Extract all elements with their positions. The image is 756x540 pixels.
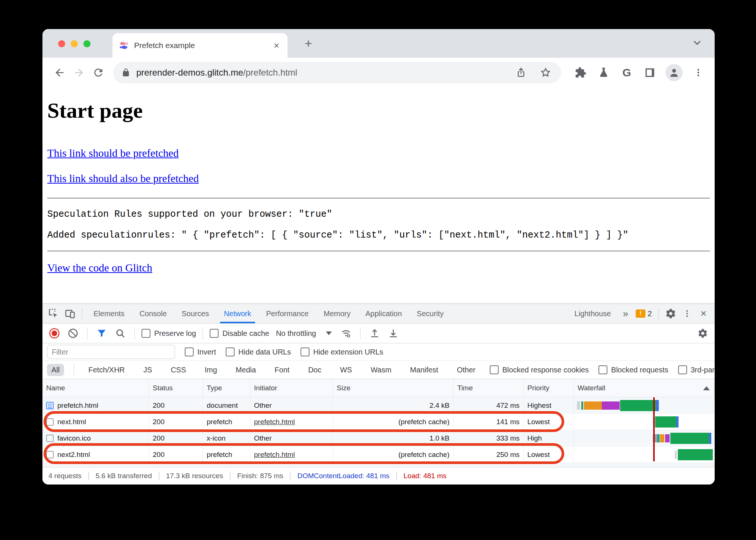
devtools-tab-elements[interactable]: Elements — [87, 304, 131, 323]
type-filter-ws[interactable]: WS — [336, 364, 356, 376]
checkbox[interactable] — [142, 329, 150, 338]
column-header-status[interactable]: Status — [149, 379, 203, 397]
column-header-size[interactable]: Size — [333, 379, 454, 397]
device-toolbar-icon[interactable] — [63, 306, 77, 321]
devtools-tab-sources[interactable]: Sources — [175, 304, 216, 323]
summary-load: Load: 481 ms — [397, 472, 453, 480]
type-filter-other[interactable]: Other — [452, 364, 480, 376]
type-filter-wasm[interactable]: Wasm — [366, 364, 396, 376]
devtools-tab-application[interactable]: Application — [359, 304, 409, 323]
devtools-settings-gear-icon[interactable] — [663, 306, 678, 321]
checkbox[interactable] — [490, 365, 499, 374]
forward-button[interactable] — [71, 64, 87, 81]
toolbar-extensions-area: G — [573, 64, 706, 81]
minimize-window-button[interactable] — [71, 40, 78, 47]
third-party-requests-checkbox[interactable]: 3rd-party requests — [678, 365, 715, 374]
filter-funnel-icon[interactable] — [94, 326, 109, 341]
blocked-requests-checkbox[interactable]: Blocked requests — [598, 365, 668, 374]
table-row-favicon-ico[interactable]: favicon.ico 200 x-icon Other 1.0 kB 333 … — [42, 430, 715, 447]
search-icon[interactable] — [113, 326, 128, 341]
glitch-code-link[interactable]: View the code on Glitch — [47, 262, 152, 274]
type-filter-all[interactable]: All — [47, 364, 64, 376]
summary-requests: 4 requests — [48, 472, 89, 480]
blocked-response-cookies-checkbox[interactable]: Blocked response cookies — [490, 365, 589, 374]
disable-cache-checkbox[interactable]: Disable cache — [210, 329, 269, 338]
column-header-time[interactable]: Time — [454, 379, 524, 397]
clear-button[interactable] — [66, 326, 80, 341]
devtools-tab-security[interactable]: Security — [410, 304, 450, 323]
reload-button[interactable] — [90, 64, 107, 81]
beaker-flask-icon[interactable] — [596, 65, 611, 80]
column-header-initiator[interactable]: Initiator — [250, 379, 333, 397]
checkbox[interactable] — [678, 365, 687, 374]
warning-count: 2 — [648, 309, 652, 318]
checkbox[interactable] — [598, 365, 607, 374]
column-header-type[interactable]: Type — [203, 379, 250, 397]
filter-input[interactable] — [47, 345, 175, 359]
zoom-window-button[interactable] — [83, 40, 90, 47]
column-header-priority[interactable]: Priority — [524, 379, 574, 397]
checkbox[interactable] — [185, 347, 194, 356]
export-har-icon[interactable] — [386, 326, 401, 341]
network-summary-bar: 4 requests 5.6 kB transferred 17.3 kB re… — [42, 467, 715, 485]
issues-warning-badge[interactable]: ! 2 — [633, 309, 654, 318]
checkbox[interactable] — [226, 347, 235, 356]
type-filter-font[interactable]: Font — [270, 364, 294, 376]
table-row-next2-html[interactable]: next2.html 200 prefetch prefetch.html (p… — [42, 447, 715, 463]
summary-resources: 17.3 kB resources — [159, 472, 231, 480]
prefetch-link-2-wrap: This link should also be prefetched — [47, 172, 199, 185]
type-filter-img[interactable]: Img — [200, 364, 222, 376]
google-logo[interactable]: G — [619, 65, 634, 80]
type-filter-manifest[interactable]: Manifest — [406, 364, 443, 376]
hide-data-urls-checkbox[interactable]: Hide data URLs — [226, 347, 291, 356]
type-filter-doc[interactable]: Doc — [304, 364, 326, 376]
network-conditions-wifi-icon[interactable] — [339, 326, 353, 341]
initiator-link[interactable]: prefetch.html — [254, 451, 295, 459]
devtools-close-icon[interactable]: × — [696, 306, 711, 321]
preserve-log-checkbox[interactable]: Preserve log — [142, 329, 196, 338]
file-icon — [46, 435, 54, 442]
chevron-down-icon[interactable] — [692, 37, 703, 48]
checkbox[interactable] — [301, 347, 309, 356]
prefetch-link-2[interactable]: This link should also be prefetched — [47, 172, 199, 184]
type-filter-media[interactable]: Media — [231, 364, 260, 376]
bookmark-star-icon[interactable] — [538, 65, 553, 80]
browser-tab[interactable]: Prefetch example × — [112, 33, 288, 58]
column-header-waterfall[interactable]: Waterfall — [574, 379, 715, 397]
speculation-support-text: Speculation Rules supported on your brow… — [47, 209, 332, 220]
devtools-tab-lighthouse[interactable]: Lighthouse — [568, 304, 618, 323]
new-tab-button[interactable]: + — [299, 34, 317, 52]
address-bar[interactable]: prerender-demos.glitch.me/prefetch.html — [113, 62, 561, 83]
devtools-tab-memory[interactable]: Memory — [317, 304, 357, 323]
invert-checkbox[interactable]: Invert — [185, 347, 216, 356]
record-button[interactable] — [47, 326, 62, 341]
tab-close-icon[interactable]: × — [272, 40, 281, 51]
profile-avatar[interactable] — [666, 64, 683, 81]
devtools-menu-kebab-icon[interactable] — [680, 306, 695, 321]
share-icon[interactable] — [514, 65, 528, 80]
type-filter-js[interactable]: JS — [139, 364, 156, 376]
side-panel-icon[interactable] — [642, 65, 657, 80]
initiator-link[interactable]: prefetch.html — [254, 418, 295, 426]
type-filter-fetch-xhr[interactable]: Fetch/XHR — [84, 364, 129, 376]
table-row-next-html[interactable]: next.html 200 prefetch prefetch.html (pr… — [42, 414, 715, 430]
devtools-tab-performance[interactable]: Performance — [260, 304, 316, 323]
network-settings-gear-icon[interactable] — [695, 326, 710, 341]
table-row-prefetch-html[interactable]: prefetch.html 200 document Other 2.4 kB … — [42, 397, 715, 414]
checkbox[interactable] — [210, 329, 219, 338]
extensions-puzzle-icon[interactable] — [573, 65, 588, 80]
throttling-dropdown[interactable]: No throttling — [273, 329, 335, 338]
close-window-button[interactable] — [58, 40, 65, 47]
more-tabs-icon[interactable]: » — [619, 308, 632, 320]
import-har-icon[interactable] — [367, 326, 382, 341]
type-filter-css[interactable]: CSS — [166, 364, 190, 376]
inspect-element-icon[interactable] — [46, 306, 61, 321]
devtools-tab-console[interactable]: Console — [133, 304, 173, 323]
column-header-name[interactable]: Name — [42, 379, 149, 397]
devtools-tab-network[interactable]: Network — [217, 304, 258, 323]
separator — [74, 364, 74, 376]
hide-extension-urls-checkbox[interactable]: Hide extension URLs — [301, 347, 383, 356]
prefetch-link-1[interactable]: This link should be prefetched — [47, 147, 179, 159]
browser-menu-kebab-icon[interactable] — [691, 65, 706, 80]
back-button[interactable] — [51, 64, 68, 81]
